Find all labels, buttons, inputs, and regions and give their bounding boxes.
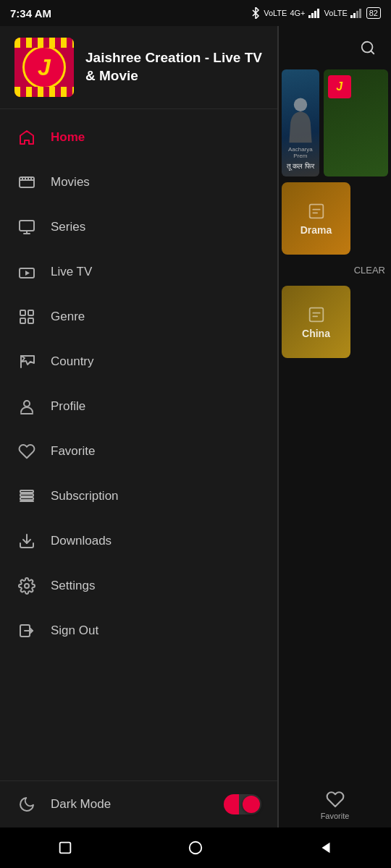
app-logo: J — [14, 38, 74, 97]
circle-icon — [188, 840, 203, 856]
svg-rect-7 — [359, 9, 361, 18]
nav-label-movies: Movies — [51, 175, 90, 190]
featured-movie-card[interactable]: Aacharya Prem तू कल फिर — [282, 69, 319, 176]
featured-card-2[interactable]: J — [324, 69, 388, 176]
signout-icon — [17, 621, 36, 640]
recent-apps-button[interactable] — [55, 838, 75, 858]
battery-indicator: 82 — [366, 7, 381, 19]
search-button[interactable] — [353, 33, 382, 62]
svg-point-31 — [25, 584, 29, 588]
dark-mode-row: Dark Mode — [0, 780, 279, 827]
volte-badge2: VoLTE — [324, 9, 348, 17]
favorite-bottom-label: Favorite — [321, 812, 350, 820]
nav-item-settings[interactable]: Settings — [0, 563, 279, 608]
nav-item-subscription[interactable]: Subscription — [0, 474, 279, 519]
network-4g: 4G+ — [290, 9, 305, 17]
svg-rect-38 — [309, 308, 323, 322]
svg-point-40 — [190, 842, 202, 854]
search-icon — [360, 40, 376, 56]
country-icon — [17, 352, 36, 371]
nav-label-sign-out: Sign Out — [51, 624, 98, 638]
series-icon — [17, 218, 36, 237]
nav-label-favorite: Favorite — [51, 444, 95, 459]
nav-item-series[interactable]: Series — [0, 205, 279, 250]
bluetooth-icon — [251, 7, 261, 19]
svg-rect-6 — [356, 11, 358, 18]
settings-icon — [17, 576, 36, 595]
nav-item-genre[interactable]: Genre — [0, 294, 279, 339]
genre-icon — [17, 307, 36, 326]
dark-mode-label: Dark Mode — [51, 797, 111, 812]
china-icon — [306, 305, 327, 325]
nav-label-settings: Settings — [51, 579, 95, 593]
svg-rect-22 — [28, 318, 33, 323]
movie-subtitle: Aacharya Prem — [285, 146, 316, 159]
svg-rect-2 — [314, 11, 316, 18]
svg-rect-19 — [20, 310, 25, 315]
profile-icon — [17, 397, 36, 416]
home-system-button[interactable] — [185, 838, 206, 858]
svg-rect-5 — [353, 13, 356, 18]
svg-rect-39 — [60, 843, 71, 854]
live-tv-icon — [17, 263, 36, 281]
nav-item-favorite[interactable]: Favorite — [0, 429, 279, 474]
movies-icon — [17, 173, 36, 192]
svg-rect-28 — [20, 498, 33, 500]
genre-card-drama[interactable]: Drama — [282, 182, 350, 255]
volte-badge: VoLTE — [264, 9, 287, 17]
nav-item-country[interactable]: Country — [0, 339, 279, 384]
nav-label-genre: Genre — [51, 310, 85, 324]
nav-item-movies[interactable]: Movies — [0, 160, 279, 205]
nav-item-downloads[interactable]: Downloads — [0, 519, 279, 563]
signal-icon-1 — [308, 8, 321, 18]
downloads-icon — [17, 532, 36, 550]
nav-item-home[interactable]: Home — [0, 115, 279, 160]
svg-rect-14 — [20, 221, 34, 231]
nav-item-sign-out[interactable]: Sign Out — [0, 608, 279, 653]
square-icon — [57, 840, 73, 856]
clear-button[interactable]: CLEAR — [282, 260, 388, 280]
signal-icon-2 — [350, 8, 363, 18]
nav-label-live-tv: Live TV — [51, 265, 92, 279]
card-logo-letter: J — [336, 80, 342, 93]
svg-rect-37 — [309, 205, 323, 218]
right-panel: Aacharya Prem तू कल फिर J Drama — [279, 26, 391, 827]
logo-letter: J — [38, 54, 51, 81]
svg-point-36 — [294, 98, 307, 111]
navigation-drawer: J Jaishree Creation - Live TV & Movie Ho… — [0, 26, 279, 827]
dark-mode-toggle[interactable] — [224, 794, 261, 814]
svg-point-24 — [24, 401, 30, 407]
system-nav-bar — [0, 827, 391, 868]
svg-marker-41 — [322, 843, 330, 854]
svg-rect-26 — [20, 490, 33, 493]
nav-label-country: Country — [51, 354, 94, 369]
movie-title: तू कल फिर — [285, 162, 316, 171]
drama-icon — [306, 201, 327, 221]
svg-rect-3 — [317, 9, 319, 18]
right-top-bar — [279, 26, 391, 69]
movie-card-row: Aacharya Prem तू कल फिर J — [282, 69, 388, 176]
svg-rect-0 — [308, 15, 311, 18]
back-button[interactable] — [316, 838, 336, 858]
drawer-header: J Jaishree Creation - Live TV & Movie — [0, 26, 279, 109]
home-icon — [17, 128, 36, 147]
svg-rect-27 — [20, 494, 33, 496]
svg-marker-18 — [25, 271, 30, 276]
nav-item-profile[interactable]: Profile — [0, 384, 279, 429]
toggle-knob — [243, 796, 260, 813]
content-area: Aacharya Prem तू कल फिर J Drama — [279, 69, 391, 358]
favorite-icon — [17, 442, 36, 461]
nav-item-live-tv[interactable]: Live TV — [0, 250, 279, 294]
china-card-row: China — [282, 286, 388, 358]
genre-label-drama: Drama — [300, 224, 332, 236]
genre-card-china[interactable]: China — [282, 286, 350, 358]
dark-mode-icon — [17, 795, 36, 814]
status-icons: VoLTE 4G+ VoLTE 82 — [251, 7, 381, 19]
movie-person-figure — [284, 90, 317, 148]
svg-line-35 — [371, 51, 374, 54]
nav-label-series: Series — [51, 220, 85, 234]
nav-label-downloads: Downloads — [51, 534, 112, 548]
svg-rect-20 — [28, 310, 33, 315]
drawer-divider — [277, 26, 279, 827]
genre-label-china: China — [302, 328, 330, 339]
